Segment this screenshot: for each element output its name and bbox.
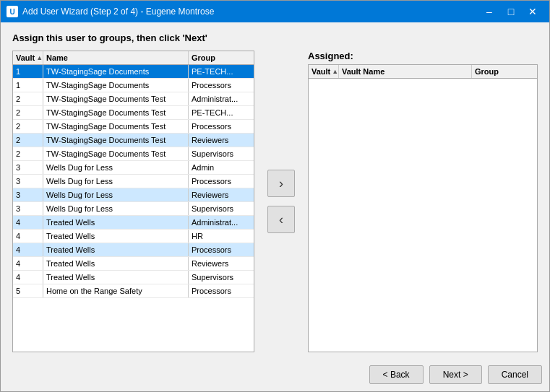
main-area: Vault ▲ Name Group 1TW-StagingSage Docum… [12,51,538,352]
table-row[interactable]: 2TW-StagingSage Documents TestAdministra… [13,92,254,106]
group-header[interactable]: Group [189,51,254,64]
window-title: Add User Wizard (Step 2 of 4) - Eugene M… [22,6,478,17]
window-controls: – □ ✕ [478,1,543,22]
left-table-header: Vault ▲ Name Group [13,51,254,65]
name-header[interactable]: Name [43,51,189,64]
right-table-header: Vault ▲ Vault Name Group [309,65,537,79]
available-groups-panel: Vault ▲ Name Group 1TW-StagingSage Docum… [12,51,254,352]
table-row[interactable]: 2TW-StagingSage Documents TestReviewers [13,134,254,147]
cancel-button[interactable]: Cancel [488,365,542,384]
transfer-buttons: › ‹ [262,51,301,352]
app-icon: U [7,6,18,17]
table-row[interactable]: 3Wells Dug for LessReviewers [13,188,254,202]
table-row[interactable]: 2TW-StagingSage Documents TestProcessors [13,120,254,134]
right-sort-asc-icon: ▲ [332,68,338,75]
vault-header[interactable]: Vault ▲ [13,51,43,64]
right-vault-header[interactable]: Vault ▲ [309,65,339,78]
right-group-header[interactable]: Group [472,65,537,78]
close-button[interactable]: ✕ [522,1,543,22]
next-button[interactable]: Next > [429,365,482,384]
table-row[interactable]: 4Treated WellsSupervisors [13,271,254,284]
table-row[interactable]: 5Home on the Range SafetyProcessors [13,284,254,298]
right-vault-name-header[interactable]: Vault Name [339,65,472,78]
wizard-content: Assign this user to groups, then click '… [1,22,549,358]
assigned-table: Vault ▲ Vault Name Group [308,64,538,352]
add-button[interactable]: › [267,170,295,197]
sort-asc-icon: ▲ [36,54,43,61]
assigned-label: Assigned: [308,51,538,61]
table-row[interactable]: 2TW-StagingSage Documents TestPE-TECH... [13,106,254,120]
back-button[interactable]: < Back [369,365,424,384]
minimize-button[interactable]: – [478,1,500,22]
table-row[interactable]: 1TW-StagingSage DocumentsProcessors [13,79,254,92]
table-row[interactable]: 3Wells Dug for LessProcessors [13,175,254,188]
main-window: U Add User Wizard (Step 2 of 4) - Eugene… [0,0,550,392]
remove-button[interactable]: ‹ [267,206,295,233]
table-row[interactable]: 3Wells Dug for LessSupervisors [13,202,254,216]
table-row[interactable]: 3Wells Dug for LessAdmin [13,161,254,175]
right-table-body [309,79,537,352]
assigned-panel: Assigned: Vault ▲ Vault Name Group [308,51,538,352]
left-table-body[interactable]: 1TW-StagingSage DocumentsPE-TECH...1TW-S… [13,65,254,352]
table-row[interactable]: 1TW-StagingSage DocumentsPE-TECH... [13,65,254,79]
table-row[interactable]: 4Treated WellsProcessors [13,243,254,257]
table-row[interactable]: 2TW-StagingSage Documents TestSupervisor… [13,147,254,161]
bottom-bar: < Back Next > Cancel [1,358,549,391]
instruction-text: Assign this user to groups, then click '… [12,32,538,43]
maximize-button[interactable]: □ [500,1,522,22]
table-row[interactable]: 4Treated WellsReviewers [13,257,254,271]
table-row[interactable]: 4Treated WellsHR [13,230,254,243]
title-bar: U Add User Wizard (Step 2 of 4) - Eugene… [1,1,549,22]
table-row[interactable]: 4Treated WellsAdministrat... [13,216,254,230]
